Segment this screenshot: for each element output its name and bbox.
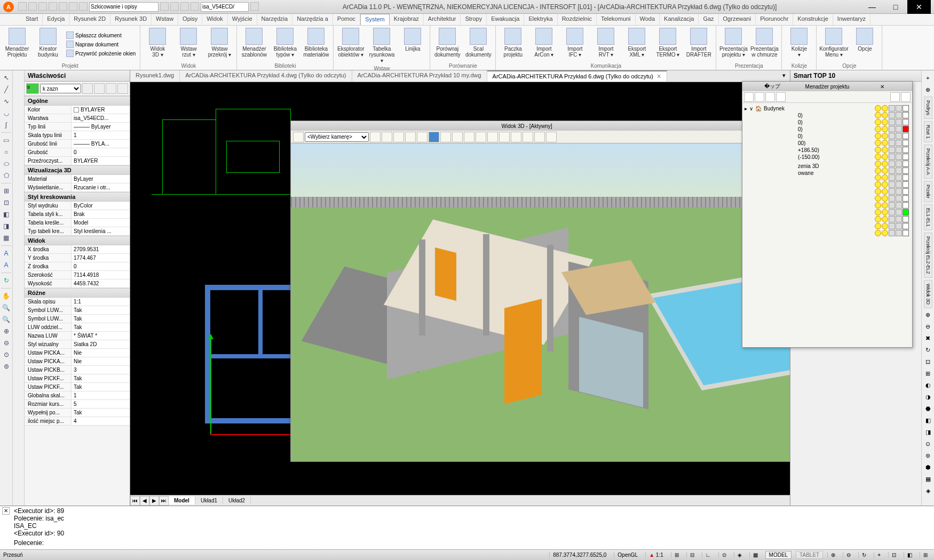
layout-next-button[interactable]: ▶ <box>149 496 159 506</box>
ribbon-button[interactable]: Kolizje▾ <box>784 27 814 62</box>
qat-icon[interactable] <box>170 2 179 11</box>
ribbon-button[interactable]: Menadżerszablonów <box>239 27 269 62</box>
qat-new-icon[interactable] <box>18 2 27 11</box>
view3d-tool-icon[interactable] <box>452 132 463 142</box>
ribbon-tab[interactable]: Rysunek 3D <box>110 14 152 25</box>
lock-icon[interactable] <box>889 174 895 181</box>
right-tool-icon[interactable]: + <box>923 73 933 83</box>
bulb-icon[interactable] <box>875 188 881 195</box>
right-vertical-tab[interactable]: Podrys <box>924 97 932 119</box>
qat-open-icon[interactable] <box>28 2 37 11</box>
bulb-icon[interactable] <box>875 181 881 188</box>
color-swatch[interactable] <box>903 230 909 236</box>
arc-tool-icon[interactable]: ◡ <box>1 108 12 118</box>
ribbon-button[interactable]: MenadżerProjektu <box>2 27 32 62</box>
pm-tool-icon[interactable] <box>776 92 786 102</box>
view3d-tool-icon[interactable] <box>546 132 557 142</box>
ribbon-button[interactable]: Wstawrzut ▾ <box>173 27 203 62</box>
drawing-canvas[interactable]: Widok 3D - [Aktywny] _ □ ✕ <Wybierz kame… <box>130 82 790 495</box>
zoom-out-icon[interactable]: 🔍 <box>1 314 12 325</box>
view3d-window[interactable]: Widok 3D - [Aktywny] _ □ ✕ <Wybierz kame… <box>290 121 790 462</box>
ribbon-tab[interactable]: Wstaw <box>152 14 178 25</box>
ribbon-tab[interactable]: Architektur <box>424 14 461 25</box>
print-icon[interactable] <box>896 195 902 202</box>
ribbon-tab[interactable]: Ogrzewani <box>719 14 756 25</box>
ribbon-button[interactable]: Bibliotekamateriałów <box>301 27 331 62</box>
lock-icon[interactable] <box>889 167 895 174</box>
ribbon-tab[interactable]: Edycja <box>43 14 69 25</box>
props-btn-icon[interactable] <box>82 83 93 94</box>
view3d-tool-icon[interactable] <box>523 132 533 142</box>
bulb-icon[interactable] <box>882 209 888 215</box>
bulb-icon[interactable] <box>882 133 888 139</box>
ribbon-tab[interactable]: Opisy <box>178 14 202 25</box>
props-row[interactable]: Wypełnij po...Tak <box>25 409 130 417</box>
color-swatch[interactable] <box>903 195 909 202</box>
ribbon-button[interactable]: ImportArCon ▾ <box>529 27 559 62</box>
circle-tool-icon[interactable]: ○ <box>1 147 12 157</box>
props-row[interactable]: Typ tabeli kre...Styl kreślenia ... <box>25 227 130 236</box>
ribbon-tab[interactable]: Rozdzielnic <box>558 14 597 25</box>
props-row[interactable]: ilość miejsc p...4 <box>25 417 130 426</box>
pm-tool-icon[interactable] <box>890 92 900 102</box>
color-swatch[interactable] <box>903 188 909 195</box>
ribbon-button[interactable]: EksportTERMO ▾ <box>653 27 683 62</box>
bulb-icon[interactable] <box>875 216 881 222</box>
minimize-button[interactable]: — <box>860 0 884 14</box>
right-tool-icon[interactable]: ▦ <box>923 474 933 485</box>
zoom-extents-icon[interactable]: ⊖ <box>1 338 12 348</box>
props-section-header[interactable]: Różne <box>25 288 130 298</box>
print-icon[interactable] <box>896 119 902 125</box>
props-row[interactable]: KolorBYLAYER <box>25 106 130 114</box>
document-tab[interactable]: ArCADia-ARCHITEKTURA Przykład 6.dwg (Tyl… <box>487 70 667 82</box>
tool-icon[interactable]: ◧ <box>1 209 12 220</box>
props-section-header[interactable]: Wizualizacja 3D <box>25 165 130 175</box>
right-tool-icon[interactable]: ⬢ <box>923 462 933 473</box>
right-tool-icon[interactable]: ⊚ <box>923 451 933 461</box>
view3d-tool-icon[interactable] <box>476 132 486 142</box>
tool-icon[interactable]: ▦ <box>1 233 12 243</box>
bulb-icon[interactable] <box>875 167 881 174</box>
lock-icon[interactable] <box>889 223 895 229</box>
command-line[interactable]: ✕ <Executor id>: 89 Polecenie: isa_ec IS… <box>0 506 934 549</box>
props-row[interactable]: Wyświetlanie...Rzucanie i otr... <box>25 183 130 192</box>
zoom-in-icon[interactable]: 🔍 <box>1 302 12 313</box>
color-swatch[interactable] <box>903 174 909 181</box>
text-tool-icon[interactable]: A <box>1 248 12 259</box>
ribbon-button[interactable]: Wstawprzekrój ▾ <box>204 27 234 62</box>
props-row[interactable]: Warstwaisa_V54ECD... <box>25 114 130 123</box>
right-tool-icon[interactable]: ⊡ <box>923 357 933 367</box>
color-swatch[interactable] <box>903 126 909 132</box>
color-swatch[interactable] <box>903 167 909 174</box>
rect-tool-icon[interactable]: ▭ <box>1 135 12 146</box>
qat-layer-combo[interactable] <box>201 2 249 12</box>
status-icon[interactable]: ↻ <box>858 552 869 558</box>
ribbon-tab[interactable]: Start <box>21 14 43 25</box>
bulb-icon[interactable] <box>875 223 881 229</box>
cmdline-close-icon[interactable]: ✕ <box>2 507 10 515</box>
right-tool-icon[interactable]: ⊞ <box>923 369 933 379</box>
bulb-icon[interactable] <box>882 147 888 153</box>
props-row[interactable]: Tabela styli k...Brak <box>25 210 130 219</box>
print-icon[interactable] <box>896 181 902 188</box>
status-icon[interactable]: ∟ <box>702 552 714 558</box>
bulb-icon[interactable] <box>875 133 881 139</box>
props-section-header[interactable]: Styl kreskowania <box>25 192 130 202</box>
print-icon[interactable] <box>896 161 902 167</box>
status-icon[interactable]: ⊞ <box>671 552 682 558</box>
view3d-tool-icon[interactable] <box>382 132 392 142</box>
bulb-icon[interactable] <box>882 195 888 202</box>
ribbon-tab[interactable]: Elektryka <box>524 14 557 25</box>
view3d-tool-icon[interactable] <box>534 132 545 142</box>
bulb-icon[interactable] <box>882 126 888 132</box>
ribbon-button-small[interactable]: Napraw dokument <box>64 40 138 49</box>
print-icon[interactable] <box>896 112 902 118</box>
print-icon[interactable] <box>896 105 902 111</box>
qat-icon[interactable] <box>160 2 169 11</box>
print-icon[interactable] <box>896 174 902 181</box>
right-tool-icon[interactable]: ◑ <box>923 392 933 403</box>
layout-tab[interactable]: Model <box>169 497 195 505</box>
props-row[interactable]: Tabela kreśle...Model <box>25 219 130 227</box>
ribbon-tab[interactable]: Ewakuacja <box>487 14 524 25</box>
cmdline-prompt[interactable]: Polecenie: <box>14 539 931 547</box>
